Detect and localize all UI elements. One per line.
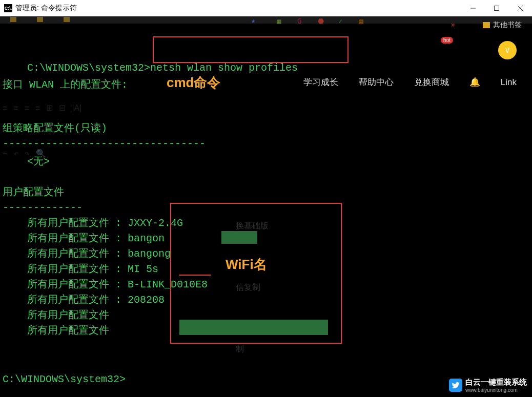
profile-row: 所有用户配置文件 : bangong	[3, 246, 171, 262]
hot-badge: hot	[441, 37, 453, 44]
wifi-name: 208208	[128, 294, 165, 306]
prompt: C:\WINDOWS\system32>	[3, 372, 126, 387]
wifi-name: B-LINK_D010E8	[128, 279, 208, 290]
none-value: <无>	[3, 154, 50, 170]
bg-bookmark-row	[10, 17, 70, 22]
profile-row: 所有用户配置文件	[3, 308, 109, 323]
profile-row: 所有用户配置文件 : MI 5s	[3, 262, 158, 277]
profile-row: 所有用户配置文件	[3, 323, 109, 339]
link-avatar: V	[498, 41, 517, 59]
cmd-icon: C:\.	[4, 4, 12, 12]
bg-nav-link: Link	[501, 75, 517, 90]
watermark-url: www.baiyunxitong.com	[465, 387, 527, 393]
profile-row: 所有用户配置文件 : JXXY-2.4G	[3, 216, 183, 231]
bg-nav-item: 帮助中心	[359, 75, 394, 90]
highlight-underline	[179, 275, 211, 276]
watermark-title: 白云一键重装系统	[465, 378, 527, 387]
prompt: C:\WINDOWS\system32>	[27, 62, 150, 74]
window-title: 管理员: 命令提示符	[15, 4, 77, 13]
minimize-button[interactable]	[461, 0, 485, 16]
close-button[interactable]	[508, 0, 532, 16]
bg-nav-right: 学习成长 帮助中心 兑换商城 🔔 Link	[303, 75, 517, 90]
bg-format-toolbar: ≡≡≡≡⊞⊟|A|	[3, 100, 81, 116]
divider: ---------------------------------	[3, 136, 206, 152]
profile-row: 所有用户配置文件 : 208208	[3, 292, 165, 308]
bg-nav-item: 学习成长	[303, 75, 338, 90]
svg-rect-1	[495, 6, 499, 11]
profile-row: 所有用户配置文件 : B-LINK_D010E8	[3, 277, 208, 292]
bg-side-panel: 换基础版 信复制 制 导入文言 云端草稿	[236, 187, 269, 397]
overflow-arrow: »	[451, 20, 455, 29]
annotation-wifi: WiFi名	[226, 257, 267, 272]
command-text: netsh wlan show profiles	[150, 62, 298, 74]
user-profile-header: 用户配置文件	[3, 185, 64, 200]
other-bookmarks: 其他书签	[483, 20, 522, 30]
folder-icon	[483, 22, 490, 28]
profile-row: 所有用户配置文件 : bangon	[3, 231, 165, 246]
watermark-icon	[449, 379, 462, 392]
window-controls	[461, 0, 532, 16]
watermark: 白云一键重装系统 www.baiyunxitong.com	[449, 378, 527, 393]
censor-block	[221, 231, 257, 244]
bg-nav-item: 兑换商城	[414, 75, 449, 90]
wifi-name: bangong	[128, 248, 171, 260]
wifi-name: MI 5s	[128, 263, 158, 275]
censor-block	[179, 320, 328, 335]
maximize-button[interactable]	[485, 0, 508, 16]
window-titlebar: C:\. 管理员: 命令提示符	[0, 0, 532, 16]
wifi-name: bangon	[128, 233, 165, 244]
wifi-name: JXXY-2.4G	[128, 217, 183, 229]
bg-extension-icons: ▦ G ⬣ ✓ ▤	[277, 17, 369, 27]
group-policy-header: 组策略配置文件(只读)	[3, 121, 107, 136]
interface-header: 接口 WLAN 上的配置文件:	[3, 77, 128, 93]
divider: -------------	[3, 200, 83, 216]
bell-icon: 🔔	[469, 75, 480, 90]
annotation-cmd: cmd命令	[167, 75, 220, 90]
terminal-output[interactable]: 学习成长 帮助中心 兑换商城 🔔 Link ≡≡≡≡⊞⊟|A| ≡↶↷🔍 换基础…	[0, 24, 532, 397]
